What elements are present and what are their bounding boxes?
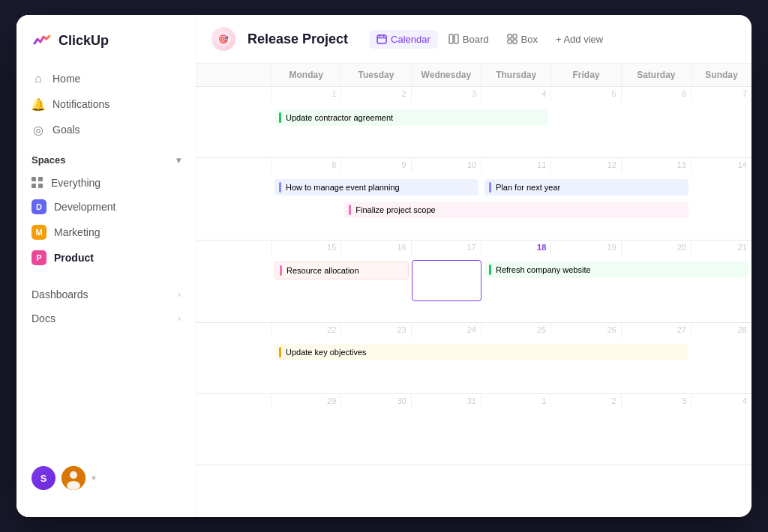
add-view-label: + Add view bbox=[556, 34, 603, 45]
week1-events: Update contractor agreement bbox=[196, 102, 752, 154]
week2-date-1: 8 bbox=[272, 158, 341, 173]
nav-notifications-label: Notifications bbox=[52, 98, 110, 110]
view-calendar-button[interactable]: Calendar bbox=[369, 30, 438, 49]
header: 🎯 Release Project Calendar bbox=[196, 15, 752, 64]
week4-date-2: 23 bbox=[341, 323, 411, 338]
spaces-section-header[interactable]: Spaces ▾ bbox=[16, 142, 196, 172]
nav-home-label: Home bbox=[52, 73, 80, 85]
week2-date-3: 10 bbox=[412, 158, 482, 173]
week5-events bbox=[196, 409, 752, 439]
sidebar-item-everything[interactable]: Everything bbox=[22, 172, 190, 194]
week3-date-2: 16 bbox=[341, 241, 411, 256]
calendar-day-headers: Monday Tuesday Wednesday Thursday Friday… bbox=[196, 64, 752, 87]
sidebar-item-product[interactable]: P Product bbox=[22, 245, 190, 270]
svg-rect-14 bbox=[513, 40, 517, 43]
week4-date-5: 26 bbox=[551, 323, 621, 338]
view-box-button[interactable]: Box bbox=[500, 30, 545, 49]
week1-date-5: 5 bbox=[551, 87, 621, 102]
sidebar-item-dashboards[interactable]: Dashboards › bbox=[16, 282, 196, 306]
week5-date-7: 4 bbox=[692, 394, 752, 409]
week3-date-0 bbox=[196, 241, 272, 256]
week2-event-3[interactable]: Finalize project scope bbox=[341, 200, 692, 220]
week3-date-5: 19 bbox=[551, 241, 621, 256]
week3-event-2[interactable]: Refresh company website bbox=[482, 260, 752, 279]
week1-date-6: 6 bbox=[622, 87, 692, 102]
sidebar-item-development[interactable]: D Development bbox=[22, 194, 190, 220]
event-label: Update contractor agreement bbox=[286, 113, 393, 122]
week4-date-3: 24 bbox=[412, 323, 482, 338]
week1-event-1[interactable]: Update contractor agreement bbox=[272, 108, 551, 127]
project-title: Release Project bbox=[248, 31, 348, 47]
svg-rect-10 bbox=[454, 34, 458, 43]
week3-events: Resource allocation Refresh company webs… bbox=[196, 256, 752, 308]
week5-date-2: 30 bbox=[341, 394, 411, 409]
view-board-button[interactable]: Board bbox=[441, 30, 496, 49]
header-views: Calendar Board Box bbox=[369, 30, 610, 49]
calendar-week-2: 8 9 10 11 12 13 14 How to bbox=[196, 158, 752, 241]
cal-header-wednesday: Wednesday bbox=[412, 64, 482, 86]
week3-date-7: 21 bbox=[692, 241, 752, 256]
week2-date-6: 13 bbox=[622, 158, 692, 173]
event-label: Resource allocation bbox=[286, 266, 359, 275]
dashboards-chevron-icon: › bbox=[178, 289, 181, 300]
bell-icon: 🔔 bbox=[32, 97, 45, 111]
user-avatar-s[interactable]: S bbox=[32, 466, 56, 490]
product-badge: P bbox=[32, 250, 46, 265]
cal-header-tuesday: Tuesday bbox=[341, 64, 411, 86]
project-emoji-icon: 🎯 bbox=[216, 31, 231, 46]
week1-date-1: 1 bbox=[272, 87, 341, 102]
cal-header-thursday: Thursday bbox=[482, 64, 551, 86]
week3-date-3: 17 bbox=[412, 241, 482, 256]
development-badge: D bbox=[32, 199, 46, 214]
week2-date-2: 9 bbox=[341, 158, 411, 173]
week5-date-1: 29 bbox=[272, 394, 341, 409]
week2-event-1[interactable]: How to manage event planning bbox=[272, 178, 482, 197]
sidebar-item-notifications[interactable]: 🔔 Notifications bbox=[22, 91, 190, 117]
user-avatar-icon bbox=[62, 466, 86, 490]
week4-date-1: 22 bbox=[272, 323, 341, 338]
nav-items: ⌂ Home 🔔 Notifications ◎ Goals bbox=[16, 66, 196, 142]
dashboards-label: Dashboards bbox=[32, 288, 88, 300]
cal-header-saturday: Saturday bbox=[622, 64, 692, 86]
calendar-week-1: 1 2 3 4 5 6 7 Update contractor agree bbox=[196, 87, 752, 158]
everything-icon bbox=[32, 177, 44, 189]
event-label: Update key objectives bbox=[286, 348, 367, 357]
sidebar-item-marketing[interactable]: M Marketing bbox=[22, 220, 190, 245]
user-avatar-img[interactable] bbox=[62, 466, 86, 490]
event-label: How to manage event planning bbox=[286, 183, 400, 192]
week4-date-4: 25 bbox=[482, 323, 551, 338]
board-icon bbox=[448, 34, 459, 44]
sidebar-item-goals[interactable]: ◎ Goals bbox=[22, 117, 190, 142]
svg-rect-5 bbox=[377, 35, 386, 43]
sidebar-bottom: S ▾ bbox=[16, 454, 196, 502]
spaces-list: Everything D Development M Marketing P P… bbox=[16, 172, 196, 270]
svg-rect-9 bbox=[449, 34, 453, 43]
week5-date-6: 3 bbox=[622, 394, 692, 409]
sidebar-item-home[interactable]: ⌂ Home bbox=[22, 66, 190, 91]
calendar-week-5: 29 30 31 1 2 3 4 bbox=[196, 394, 752, 465]
week3-event-1[interactable]: Resource allocation bbox=[272, 260, 412, 281]
development-label: Development bbox=[54, 201, 116, 213]
docs-chevron-icon: › bbox=[178, 313, 181, 324]
calendar-icon bbox=[376, 34, 387, 44]
week4-event-1[interactable]: Update key objectives bbox=[272, 342, 692, 362]
project-icon: 🎯 bbox=[212, 27, 236, 51]
add-view-button[interactable]: + Add view bbox=[548, 30, 610, 49]
week5-date-5: 2 bbox=[551, 394, 621, 409]
product-label: Product bbox=[54, 252, 94, 264]
svg-text:🎯: 🎯 bbox=[218, 34, 229, 44]
spaces-label: Spaces bbox=[32, 154, 66, 166]
svg-rect-12 bbox=[513, 34, 517, 38]
sidebar-item-docs[interactable]: Docs › bbox=[16, 306, 196, 330]
home-icon: ⌂ bbox=[32, 72, 45, 85]
calendar-view-label: Calendar bbox=[391, 34, 430, 45]
clickup-logo bbox=[32, 30, 52, 51]
week5-date-3: 31 bbox=[412, 394, 482, 409]
week2-date-0 bbox=[196, 158, 272, 173]
main-content: 🎯 Release Project Calendar bbox=[196, 15, 752, 517]
week4-date-7: 28 bbox=[692, 323, 752, 338]
spaces-chevron-icon: ▾ bbox=[176, 155, 181, 166]
calendar-week-3: 15 16 17 18 19 20 21 Resource allocat bbox=[196, 241, 752, 323]
user-dropdown-chevron-icon[interactable]: ▾ bbox=[92, 473, 96, 483]
week2-event-2[interactable]: Plan for next year bbox=[482, 178, 692, 197]
